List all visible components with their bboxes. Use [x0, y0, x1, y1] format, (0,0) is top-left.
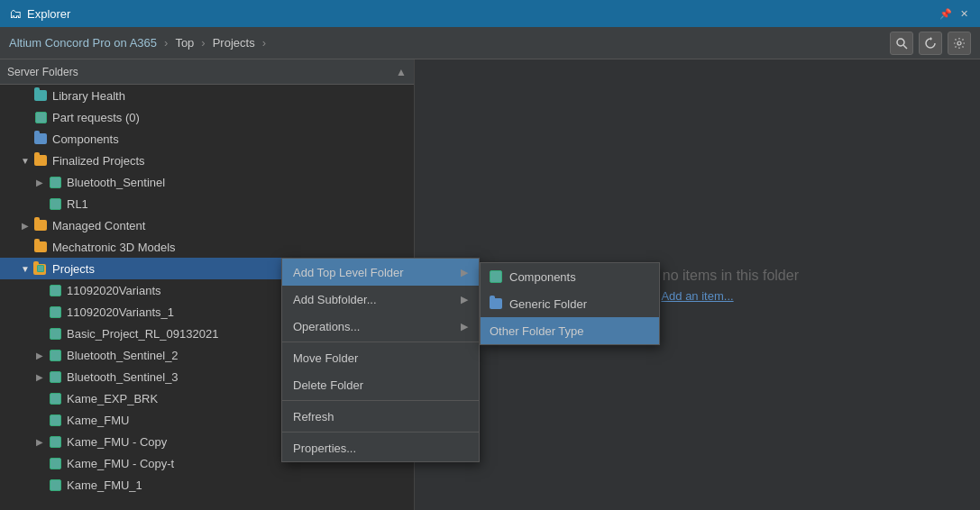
- breadcrumb-sep-1: ›: [164, 36, 168, 50]
- submenu-item-label: Other Folder Type: [490, 324, 584, 338]
- panel-header: Server Folders ▲: [0, 59, 414, 85]
- folder-orange-icon: [32, 239, 49, 255]
- ctx-item-label: Operations...: [293, 320, 360, 333]
- chip-icon: [47, 304, 63, 320]
- svg-line-1: [903, 45, 907, 49]
- refresh-button[interactable]: [919, 32, 942, 55]
- app-label[interactable]: Altium Concord Pro on A365: [9, 36, 157, 50]
- tree-item-kame-fmu-1[interactable]: Kame_FMU_1: [0, 474, 414, 496]
- tree-label: Library Health: [52, 89, 125, 103]
- tree-label: Kame_FMU: [67, 414, 129, 427]
- expand-arrow: [32, 326, 47, 341]
- title-bar-title: Explorer: [27, 7, 70, 21]
- ctx-item-label: Refresh: [293, 410, 334, 423]
- expand-arrow: ▶: [32, 369, 47, 384]
- expand-arrow: ▶: [32, 175, 47, 189]
- tree-label: Projects: [52, 262, 95, 276]
- expand-arrow: ▼: [18, 153, 32, 168]
- expand-arrow: ▶: [32, 434, 47, 449]
- expand-arrow: [32, 413, 47, 427]
- ctx-move-folder[interactable]: Move Folder: [282, 344, 479, 371]
- tree-item-part-requests[interactable]: Part requests (0): [0, 106, 414, 128]
- panel-header-title: Server Folders: [7, 66, 78, 78]
- submenu-item-generic-folder[interactable]: Generic Folder: [481, 290, 659, 317]
- tree-label: Kame_FMU - Copy: [67, 435, 167, 449]
- search-button[interactable]: [890, 32, 913, 55]
- expand-arrow: [32, 283, 47, 297]
- tree-label: Kame_EXP_BRK: [67, 392, 158, 405]
- submenu-item-label: Generic Folder: [509, 297, 587, 311]
- title-bar: 🗂 Explorer 📌 ✕: [0, 0, 980, 27]
- tree-label: 11092020Variants: [67, 284, 161, 297]
- ctx-delete-folder[interactable]: Delete Folder: [282, 371, 479, 398]
- folder-icon: [32, 87, 49, 104]
- chip-icon: [32, 109, 49, 125]
- folder-orange-icon: [32, 152, 49, 168]
- tree-label: Mechatronic 3D Models: [52, 241, 176, 254]
- close-button[interactable]: ✕: [957, 6, 971, 21]
- title-bar-right: 📌 ✕: [939, 6, 971, 21]
- chip-icon: [47, 477, 63, 493]
- scroll-up-button[interactable]: ▲: [396, 66, 407, 78]
- chip-icon: [47, 196, 63, 212]
- tree-label: Kame_FMU_1: [67, 478, 142, 492]
- chip-icon: [47, 412, 63, 428]
- submenu-arrow: ▶: [461, 294, 468, 305]
- submenu-item-label: Components: [509, 270, 576, 284]
- tree-label: Finalized Projects: [52, 154, 145, 168]
- tree-label: 11092020Variants_1: [67, 305, 174, 319]
- ctx-add-subfolder[interactable]: Add Subfolder... ▶: [282, 286, 479, 313]
- chip-icon: [47, 174, 63, 190]
- expand-arrow: [18, 240, 32, 254]
- ctx-item-label: Add Top Level Folder: [293, 266, 404, 279]
- expand-arrow: [18, 132, 32, 146]
- svg-point-0: [897, 39, 904, 46]
- tree-item-managed-content[interactable]: ▶ Managed Content: [0, 214, 414, 236]
- submenu-arrow: ▶: [461, 321, 468, 332]
- ctx-operations[interactable]: Operations... ▶: [282, 313, 479, 340]
- chip-icon: [47, 369, 63, 385]
- tree-item-bluetooth-sentinel[interactable]: ▶ Bluetooth_Sentinel: [0, 171, 414, 193]
- title-bar-left: 🗂 Explorer: [9, 6, 70, 21]
- breadcrumb-projects[interactable]: Projects: [213, 36, 255, 50]
- ctx-item-label: Move Folder: [293, 351, 358, 365]
- tree-item-components[interactable]: Components: [0, 128, 414, 150]
- chip-icon: [47, 455, 63, 471]
- pin-button[interactable]: 📌: [939, 6, 953, 21]
- expand-arrow: [32, 478, 47, 492]
- tree-item-rl1[interactable]: RL1: [0, 193, 414, 214]
- expand-arrow: [32, 456, 47, 470]
- ctx-add-top-level-folder[interactable]: Add Top Level Folder ▶: [282, 259, 479, 286]
- tree-item-library-health[interactable]: Library Health: [0, 85, 414, 106]
- explorer-icon: 🗂: [9, 6, 22, 21]
- tree-label: Managed Content: [52, 219, 145, 232]
- folder-chip-icon: [32, 260, 49, 277]
- chip-icon: [47, 325, 63, 342]
- chip-icon: [47, 282, 63, 298]
- breadcrumb-sep-2: ›: [201, 36, 205, 50]
- expand-arrow: ▶: [32, 348, 47, 362]
- chip-icon: [47, 347, 63, 363]
- chip-icon: [47, 390, 63, 406]
- ctx-properties[interactable]: Properties...: [282, 434, 479, 461]
- tree-label: Components: [52, 132, 119, 146]
- settings-button[interactable]: [948, 32, 971, 55]
- ctx-separator: [282, 432, 479, 433]
- ctx-refresh[interactable]: Refresh: [282, 403, 479, 430]
- tree-item-mechatronic-3d[interactable]: Mechatronic 3D Models: [0, 236, 414, 258]
- ctx-item-label: Add Subfolder...: [293, 293, 377, 306]
- expand-arrow: [32, 391, 47, 405]
- expand-arrow: ▶: [18, 218, 32, 232]
- submenu: Components Generic Folder Other Folder T…: [480, 262, 660, 345]
- context-menu: Add Top Level Folder ▶ Add Subfolder... …: [281, 258, 480, 462]
- chip-icon: [490, 270, 502, 283]
- submenu-item-other-folder-type[interactable]: Other Folder Type: [481, 317, 659, 344]
- breadcrumb-top[interactable]: Top: [175, 36, 194, 50]
- submenu-item-components[interactable]: Components: [481, 263, 659, 290]
- add-item-link[interactable]: Add an item...: [661, 289, 733, 303]
- tree-item-finalized-projects[interactable]: ▼ Finalized Projects: [0, 150, 414, 171]
- ctx-separator: [282, 400, 479, 401]
- address-bar-actions: [890, 32, 971, 55]
- tree-label: Bluetooth_Sentinel_3: [67, 370, 179, 384]
- ctx-item-label: Properties...: [293, 442, 356, 455]
